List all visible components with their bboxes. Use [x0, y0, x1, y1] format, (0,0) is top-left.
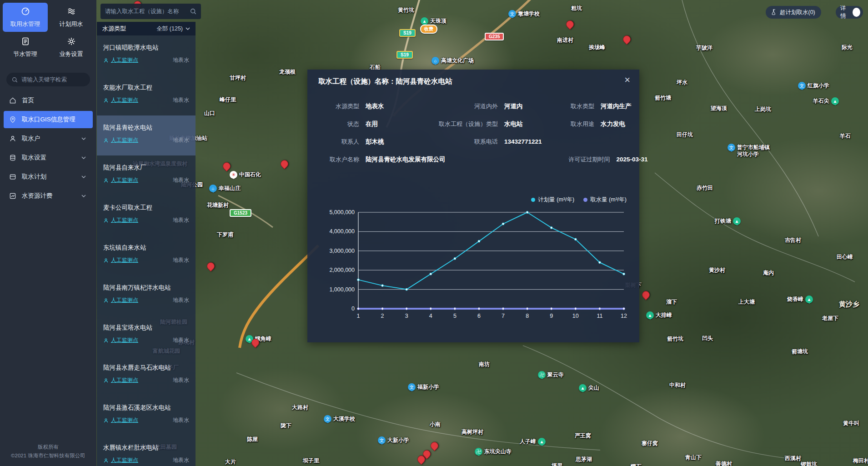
map-poi-peak[interactable]: 人子嶂▲ [520, 438, 546, 446]
home-icon [9, 97, 16, 104]
station-list-panel: 水源类型 全部 (125) 河口镇唱歌潭水电站人工监测点地表水友能水厂取水工程人… [97, 22, 196, 466]
map-place-label: 庵内 [763, 269, 774, 277]
close-icon[interactable]: × [624, 75, 630, 85]
station-list-item[interactable]: 陆河县南万镇杞洋水电站人工监测点地表水 [97, 276, 196, 316]
legend-item[interactable]: 计划量 (m³/年) [531, 196, 574, 204]
school-marker-icon: 文 [324, 415, 331, 423]
sidebar-item-label: 取水设置 [22, 154, 75, 162]
chevron-down-icon [80, 156, 87, 159]
water-source-type: 地表水 [173, 136, 189, 144]
module-planned-water-use[interactable]: 计划用水 [49, 3, 94, 32]
search-icon[interactable] [190, 8, 196, 15]
monitor-type[interactable]: 人工监测点 [111, 136, 138, 144]
detail-toggle[interactable]: 详情 [836, 6, 863, 19]
map-place-label: 陈屋 [247, 436, 258, 443]
monitor-type[interactable]: 人工监测点 [111, 456, 138, 464]
gauge-icon [21, 7, 30, 17]
water-source-filter[interactable]: 水源类型 全部 (125) [97, 22, 196, 35]
station-list-item[interactable]: 河口镇唱歌潭水电站人工监测点地表水 [97, 35, 196, 75]
station-list-item[interactable]: 陆河县青砼水电站人工监测点地表水 [97, 115, 196, 155]
chart-legend: 计划量 (m³/年)取水量 (m³/年) [531, 196, 627, 204]
monitor-type[interactable]: 人工监测点 [111, 336, 138, 344]
toggle-knob[interactable] [853, 8, 860, 17]
station-search-input[interactable]: 请输入取水工程（设施）名称 [100, 4, 201, 19]
map-place-label: 梅田村 [853, 457, 868, 465]
map-poi-temple[interactable]: 卍东坑尖山寺 [475, 448, 512, 456]
legend-dot [583, 198, 587, 202]
detail-field: 取水类型河道内生产 [543, 102, 632, 110]
station-list-item[interactable]: 友能水厂取水工程人工监测点地表水 [97, 75, 196, 115]
filter-label: 水源类型 [102, 25, 126, 33]
station-name: 陆河县宝塔水电站 [103, 316, 189, 332]
over-plan-intake-button[interactable]: 超计划取水(0) [766, 6, 821, 19]
station-name: 陆河县青砼水电站 [103, 115, 189, 132]
legend-item[interactable]: 取水量 (m³/年) [583, 196, 627, 204]
sidebar-item-4[interactable]: 取水计划 [4, 168, 93, 185]
module-water-saving-mgmt[interactable]: 节水管理 [3, 33, 48, 62]
map-poi-peak[interactable]: ▲尖山 [579, 384, 599, 392]
monitor-type[interactable]: 人工监测点 [111, 296, 138, 304]
map-place-label: 寨仔窝 [642, 440, 658, 447]
station-list-item[interactable]: 陆河县自来水厂人工监测点地表水 [97, 155, 196, 195]
monitor-type[interactable]: 人工监测点 [111, 56, 138, 64]
monitor-type[interactable]: 人工监测点 [111, 376, 138, 384]
person-icon [103, 138, 109, 143]
map-place-label: 羊石 [840, 132, 851, 140]
water-source-type: 地表水 [173, 176, 189, 184]
monitor-type[interactable]: 人工监测点 [111, 256, 138, 264]
monitor-type[interactable]: 人工监测点 [111, 216, 138, 224]
poi-label: 尖山 [588, 385, 599, 391]
water-source-type: 地表水 [173, 56, 189, 64]
map-place-label: 田心嶂 [837, 253, 853, 261]
map-poi-peak[interactable]: 羊石尖▲ [813, 97, 839, 105]
map-poi-temple[interactable]: 卍聚云寺 [538, 371, 564, 379]
station-list-item[interactable]: 水唇镇水栏肚水电站人工监测点地表水 [97, 436, 196, 466]
map-place-label: 黄牛叫 [843, 420, 859, 427]
field-label: 状态 [318, 120, 359, 128]
station-list-item[interactable]: 麦卡公司取水工程人工监测点地表水 [97, 195, 196, 236]
map-poi-gas-station[interactable]: ✳中国石化 [230, 171, 261, 179]
station-list-item[interactable]: 东坑镇自来水站人工监测点地表水 [97, 236, 196, 276]
field-value: 水力发电 [601, 120, 625, 128]
map-poi-place[interactable]: ⌂高塘文化广场 [431, 57, 474, 65]
sidebar-item-1[interactable]: 取水口GIS信息管理 [4, 111, 93, 128]
monitor-type[interactable]: 人工监测点 [111, 416, 138, 424]
station-list-item[interactable]: 陆河县宝塔水电站人工监测点地表水 [97, 316, 196, 356]
map-poi-place[interactable]: ⌂幸福山庄 [209, 185, 241, 192]
poi-label: 红旗小学 [808, 82, 829, 89]
map-poi-school[interactable]: 文普宁市船埔镇河坑小学 [728, 144, 770, 158]
map-place-label: 大路村 [292, 404, 308, 411]
mountain-marker-icon: 卍 [538, 371, 546, 379]
map-poi-school[interactable]: 文大新小学 [378, 436, 409, 444]
map-poi-school[interactable]: 文红旗小学 [798, 82, 829, 90]
keyword-search-input[interactable]: 请输入关键字检索 [6, 73, 90, 86]
station-list-item[interactable]: 陆河县激石溪老区水电站人工监测点地表水 [97, 396, 196, 436]
monitor-type[interactable]: 人工监测点 [111, 96, 138, 104]
map-poi-peak[interactable]: 打铁塘▲ [715, 217, 741, 225]
module-water-intake-mgmt[interactable]: 取用水管理 [3, 3, 48, 32]
road-badge: S19 [399, 29, 416, 37]
map-poi-school[interactable]: 文福新小学 [408, 383, 439, 391]
map-poi-school[interactable]: 文大溪学校 [324, 415, 355, 423]
sidebar-item-5[interactable]: 水资源计费 [4, 187, 93, 205]
map-poi-peak[interactable]: ▲大排嶂 [646, 311, 672, 319]
sidebar-item-0[interactable]: 首页 [4, 92, 93, 109]
sidebar-item-2[interactable]: 取水户 [4, 130, 93, 147]
station-detail-modal: 取水工程（设施）名称：陆河县青砼水电站 × 水源类型地表水河道内外河道内取水类型… [307, 70, 639, 342]
sidebar-item-3[interactable]: 取水设置 [4, 149, 93, 166]
map-place-label: 上大塘 [738, 298, 755, 306]
person-icon [103, 298, 109, 303]
map-poi-peak[interactable]: 烧香嶂▲ [787, 296, 813, 303]
map-place-label: 高树坪村 [462, 428, 483, 436]
map-poi-school[interactable]: 文墩塘学校 [508, 10, 540, 18]
svg-text:0: 0 [351, 306, 355, 312]
poi-label: 中国石化 [239, 171, 261, 178]
person-icon [103, 58, 109, 63]
chevron-down-icon [80, 175, 87, 178]
water-source-type: 地表水 [173, 296, 189, 304]
svg-text:10: 10 [572, 313, 579, 319]
map-poi-peak[interactable]: ▲天珠顶 [421, 17, 447, 25]
monitor-type[interactable]: 人工监测点 [111, 176, 138, 184]
station-list-item[interactable]: 陆河县水唇走马石水电站人工监测点地表水 [97, 356, 196, 396]
module-business-settings[interactable]: 业务设置 [49, 33, 94, 62]
